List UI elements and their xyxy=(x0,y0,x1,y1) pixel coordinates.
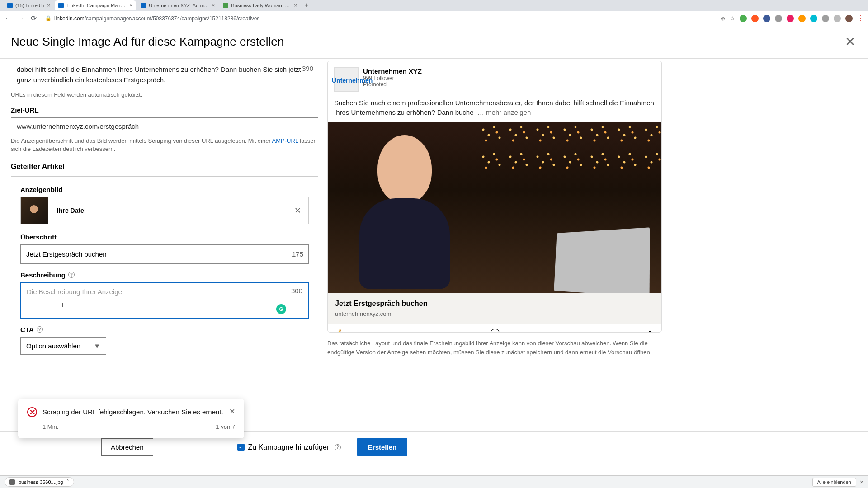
target-url-input[interactable] xyxy=(11,117,318,135)
browser-tab[interactable]: Unternehmen XYZ: Administra × xyxy=(137,0,218,10)
bookmark-icon[interactable]: ☆ xyxy=(730,15,735,22)
help-icon[interactable]: ? xyxy=(37,326,43,333)
profile-avatar[interactable] xyxy=(845,15,853,22)
help-icon[interactable]: ? xyxy=(68,272,75,278)
toast-message: Scraping der URL fehlgeschlagen. Versuch… xyxy=(42,407,224,417)
image-label: Anzeigenbild xyxy=(20,186,309,193)
address-bar: ← → ⟳ 🔒 linkedin.com/campaignmanager/acc… xyxy=(0,11,868,25)
ad-headline: Jetzt Erstgespräch buchen xyxy=(335,300,654,308)
form-column: dabei hilft schnell die Einnahmen Ihres … xyxy=(11,59,318,446)
company-logo: Unternehmen xyxy=(334,67,359,92)
see-more-link[interactable]: … mehr anzeigen xyxy=(477,108,531,116)
toast-counter: 1 von 7 xyxy=(216,423,235,430)
cta-label: CTA ? xyxy=(20,326,309,333)
ad-body-text: Suchen Sie nach einem professionellen Un… xyxy=(328,96,661,122)
extension-icon[interactable] xyxy=(822,15,829,22)
chevron-up-icon[interactable]: ˄ xyxy=(66,479,69,485)
grammarly-icon[interactable]: G xyxy=(276,304,286,314)
toast-time: 1 Min. xyxy=(42,423,58,430)
headline-label: Überschrift xyxy=(20,233,309,241)
url-field[interactable]: 🔒 linkedin.com/campaignmanager/account/5… xyxy=(42,15,717,22)
char-count: 390 xyxy=(302,64,313,74)
extension-icon[interactable] xyxy=(810,15,817,22)
company-name: Unternehmen XYZ xyxy=(363,67,422,75)
add-to-campaign-checkbox[interactable]: ✓ xyxy=(237,444,245,451)
like-icon[interactable]: 👍 xyxy=(335,328,343,329)
modal-header: Neue Single Image Ad für diese Kampagne … xyxy=(0,25,868,58)
ad-image xyxy=(328,122,661,293)
linkedin-favicon xyxy=(58,3,64,8)
preview-disclaimer: Das tatsächliche Layout und das finale E… xyxy=(327,339,662,357)
pixabay-favicon xyxy=(223,3,228,8)
preview-column: Unternehmen Unternehmen XYZ 999 Follower… xyxy=(327,59,857,446)
tab-bar: (15) LinkedIn × LinkedIn Campaign Manage… xyxy=(0,0,868,11)
zoom-icon[interactable]: ⊕ xyxy=(721,15,725,22)
comment-icon[interactable]: 💬 xyxy=(491,328,499,329)
close-tab-icon[interactable]: × xyxy=(294,2,297,9)
chevron-down-icon: ▼ xyxy=(94,342,100,350)
target-url-label: Ziel-URL xyxy=(11,106,318,114)
cta-select[interactable]: Option auswählen ▼ xyxy=(20,337,106,355)
amp-url-link[interactable]: AMP-URL xyxy=(272,137,298,144)
image-upload[interactable]: Ihre Datei ✕ xyxy=(20,197,309,224)
helper-text: URLs in diesem Feld werden automatisch g… xyxy=(11,91,318,99)
back-button[interactable]: ← xyxy=(4,14,13,23)
browser-tab[interactable]: Business Lady Woman - Free × xyxy=(219,0,301,10)
extension-icon[interactable] xyxy=(834,15,841,22)
close-toast-button[interactable]: ✕ xyxy=(229,407,235,416)
modal-title: Neue Single Image Ad für diese Kampagne … xyxy=(11,35,284,49)
close-tab-icon[interactable]: × xyxy=(129,2,132,9)
browser-chrome: (15) LinkedIn × LinkedIn Campaign Manage… xyxy=(0,0,868,25)
add-to-campaign-label: Zu Kampagne hinzufügen xyxy=(248,443,331,451)
remove-image-button[interactable]: ✕ xyxy=(294,206,301,216)
close-tab-icon[interactable]: × xyxy=(47,2,50,9)
close-tab-icon[interactable]: × xyxy=(212,2,215,9)
article-box: Anzeigenbild Ihre Datei ✕ Überschrift 17… xyxy=(11,176,318,364)
extension-icon[interactable] xyxy=(787,15,794,22)
browser-tab-active[interactable]: LinkedIn Campaign Manager × xyxy=(55,0,136,10)
section-title: Geteilter Artikel xyxy=(11,163,318,171)
extension-icons: ⊕ ☆ ⋮ xyxy=(721,14,864,23)
char-count: 300 xyxy=(291,287,302,295)
image-filename: Ihre Datei xyxy=(48,207,86,214)
extension-icon[interactable] xyxy=(763,15,770,22)
download-item[interactable]: business-3560....jpg ˄ xyxy=(5,477,74,487)
reload-button[interactable]: ⟳ xyxy=(29,14,38,23)
ad-domain: unternehmenxyz.com xyxy=(335,310,654,317)
error-icon: ✕ xyxy=(27,407,37,417)
file-icon xyxy=(9,479,15,485)
download-bar: business-3560....jpg ˄ Alle einblenden × xyxy=(0,475,868,488)
new-tab-button[interactable]: + xyxy=(302,1,311,9)
extension-icon[interactable] xyxy=(751,15,759,22)
headline-input[interactable] xyxy=(20,244,309,264)
social-action-bar: 👍 💬 ↗ xyxy=(328,324,661,332)
create-button[interactable]: Erstellen xyxy=(357,438,407,456)
extension-icon[interactable] xyxy=(740,15,747,22)
char-count: 175 xyxy=(292,250,303,258)
linkedin-favicon xyxy=(141,3,146,8)
intro-text-input[interactable]: dabei hilft schnell die Einnahmen Ihres … xyxy=(11,61,318,89)
share-icon[interactable]: ↗ xyxy=(646,328,654,329)
ad-preview-card: Unternehmen Unternehmen XYZ 999 Follower… xyxy=(327,61,662,333)
lock-icon: 🔒 xyxy=(45,15,52,21)
image-thumbnail xyxy=(21,197,48,224)
page-content: Neue Single Image Ad für diese Kampagne … xyxy=(0,25,868,475)
description-textarea[interactable]: Die Beschreibung Ihrer Anzeige 300 I G xyxy=(20,282,309,319)
help-icon[interactable]: ? xyxy=(335,444,341,450)
browser-tab[interactable]: (15) LinkedIn × xyxy=(4,0,54,10)
description-label: Beschreibung ? xyxy=(20,271,309,279)
error-toast: ✕ Scraping der URL fehlgeschlagen. Versu… xyxy=(18,399,244,438)
ad-footer: Jetzt Erstgespräch buchen unternehmenxyz… xyxy=(328,293,661,324)
extension-icon[interactable] xyxy=(798,15,806,22)
close-modal-button[interactable]: ✕ xyxy=(843,33,857,51)
helper-text: Die Anzeigenüberschrift und das Bild wer… xyxy=(11,137,318,153)
menu-icon[interactable]: ⋮ xyxy=(857,14,864,23)
text-cursor: I xyxy=(62,302,64,309)
close-download-bar-button[interactable]: × xyxy=(860,479,863,486)
forward-button[interactable]: → xyxy=(16,14,25,23)
cancel-button[interactable]: Abbrechen xyxy=(101,438,153,456)
linkedin-favicon xyxy=(7,3,13,8)
extension-icon[interactable] xyxy=(775,15,782,22)
show-all-downloads-button[interactable]: Alle einblenden xyxy=(812,478,856,487)
